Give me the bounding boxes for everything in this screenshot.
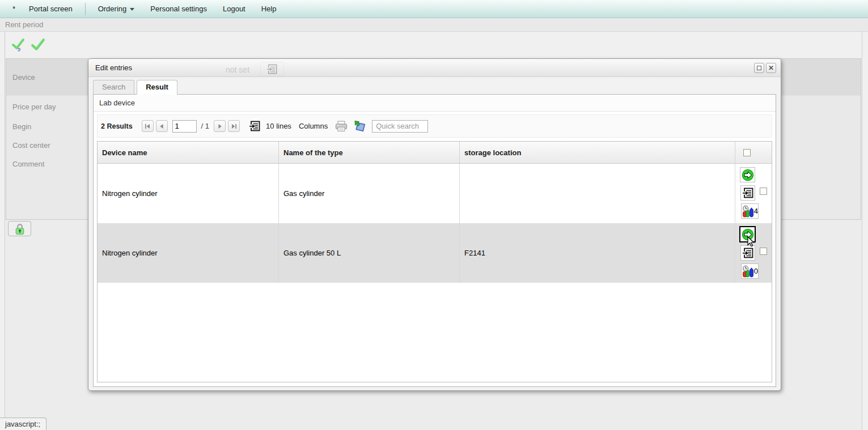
details-button[interactable]: [740, 185, 755, 201]
first-page-button[interactable]: [142, 120, 154, 132]
dialog-title: Edit entries: [95, 63, 132, 72]
edit-entries-dialog: Edit entries not set ✕ Search Result Lab…: [88, 58, 781, 391]
table-row: Nitrogen cylinder Gas cylinder 4: [98, 164, 772, 223]
cell-storage-location: F2141: [459, 223, 735, 283]
nav-help[interactable]: Help: [253, 5, 285, 13]
lines-per-page-button[interactable]: [249, 120, 261, 132]
table-row: Nitrogen cylinder Gas cylinder 50 L F214…: [98, 223, 772, 283]
nav-star[interactable]: *: [0, 5, 21, 13]
select-entry-button[interactable]: [740, 167, 755, 182]
select-all-checkbox[interactable]: [743, 149, 751, 156]
lock-button[interactable]: [8, 221, 31, 236]
columns-button[interactable]: Columns: [299, 122, 328, 130]
next-page-icon: [217, 124, 223, 129]
page-number-input[interactable]: [172, 120, 197, 133]
prev-page-button[interactable]: [156, 120, 168, 132]
lines-label[interactable]: 10 lines: [266, 122, 291, 130]
header-device-name[interactable]: Device name: [98, 142, 278, 163]
dialog-titlebar[interactable]: Edit entries not set ✕: [88, 59, 781, 77]
printer-icon: [335, 121, 348, 132]
result-tab-panel: Lab device 2 Results / 1: [93, 94, 776, 387]
last-page-button[interactable]: [228, 120, 240, 132]
top-nav: * Portal screen Ordering Personal settin…: [0, 0, 868, 18]
maximize-icon: [757, 66, 761, 70]
first-page-icon: [145, 124, 150, 129]
list-picker-icon: [266, 63, 278, 75]
pager: / 1: [142, 120, 240, 133]
export-book-icon: [354, 120, 366, 133]
cell-device-name: Nitrogen cylinder: [98, 164, 278, 223]
last-page-icon: [231, 124, 237, 129]
comment-label: Comment: [12, 160, 44, 168]
begin-label: Begin: [12, 122, 31, 131]
price-per-day-label: Price per day: [12, 103, 56, 111]
save-icon[interactable]: [31, 37, 45, 52]
close-button[interactable]: ✕: [766, 63, 776, 73]
results-table: Device name Name of the type storage loc…: [97, 141, 772, 382]
go-arrow-icon: [742, 169, 754, 181]
page-total: / 1: [201, 122, 209, 130]
details-list-icon: [742, 187, 754, 199]
cylinders-clock-icon: [742, 205, 754, 218]
details-button[interactable]: [740, 245, 755, 261]
print-button[interactable]: [335, 121, 348, 132]
lines-icon: [249, 120, 261, 132]
results-count: 2 Results: [101, 122, 133, 130]
nav-separator: [85, 3, 86, 15]
cell-storage-location: [459, 164, 735, 223]
header-type-name[interactable]: Name of the type: [278, 142, 459, 163]
header-actions: [735, 142, 772, 163]
dialog-tabs: Search Result: [93, 80, 180, 95]
quick-search-input[interactable]: [372, 120, 428, 133]
details-list-icon: [742, 247, 754, 259]
device-picker-button-ghost: [260, 62, 284, 76]
availability-button[interactable]: 0: [741, 263, 759, 279]
nav-ordering[interactable]: Ordering: [90, 5, 143, 13]
nav-personal-settings[interactable]: Personal settings: [142, 5, 215, 13]
save-and-continue-icon[interactable]: [11, 37, 26, 53]
device-label: Device: [12, 73, 35, 82]
page-right-gutter[interactable]: [862, 32, 868, 430]
availability-count: 4: [754, 207, 758, 215]
page-left-gutter: [0, 32, 5, 430]
availability-count: 0: [754, 267, 758, 275]
table-header-row: Device name Name of the type storage loc…: [98, 142, 772, 164]
cell-type-name: Gas cylinder 50 L: [278, 223, 459, 283]
header-storage-location[interactable]: storage location: [459, 142, 735, 163]
close-icon: ✕: [768, 65, 774, 71]
nav-ordering-label: Ordering: [98, 5, 127, 13]
form-actions-strip: [6, 32, 862, 58]
breadcrumb: Rent period: [0, 18, 868, 32]
tab-search[interactable]: Search: [93, 80, 134, 94]
status-link-preview: javascript:;: [0, 418, 46, 430]
tab-result[interactable]: Result: [137, 80, 177, 95]
cell-device-name: Nitrogen cylinder: [98, 223, 278, 283]
cell-actions: 4: [735, 164, 772, 223]
mouse-cursor-icon: [747, 236, 755, 247]
nav-logout[interactable]: Logout: [215, 5, 253, 13]
chevron-down-icon: [130, 8, 134, 11]
grid-toolbar: 2 Results / 1: [97, 114, 772, 138]
cell-type-name: Gas cylinder: [278, 164, 459, 223]
export-button[interactable]: [354, 120, 366, 133]
device-value-hint: not set: [226, 65, 249, 74]
row-checkbox[interactable]: [760, 248, 767, 255]
next-page-button[interactable]: [214, 120, 226, 132]
section-title: Lab device: [94, 95, 776, 112]
lock-icon: [14, 222, 26, 235]
row-checkbox[interactable]: [760, 188, 767, 195]
nav-portal-screen[interactable]: Portal screen: [21, 5, 81, 13]
maximize-button[interactable]: [754, 63, 764, 73]
cost-center-label: Cost center: [12, 141, 50, 150]
cell-actions: 0: [735, 223, 772, 283]
availability-button[interactable]: 4: [741, 203, 759, 219]
cylinders-clock-icon: [742, 265, 754, 278]
prev-page-icon: [159, 124, 164, 129]
